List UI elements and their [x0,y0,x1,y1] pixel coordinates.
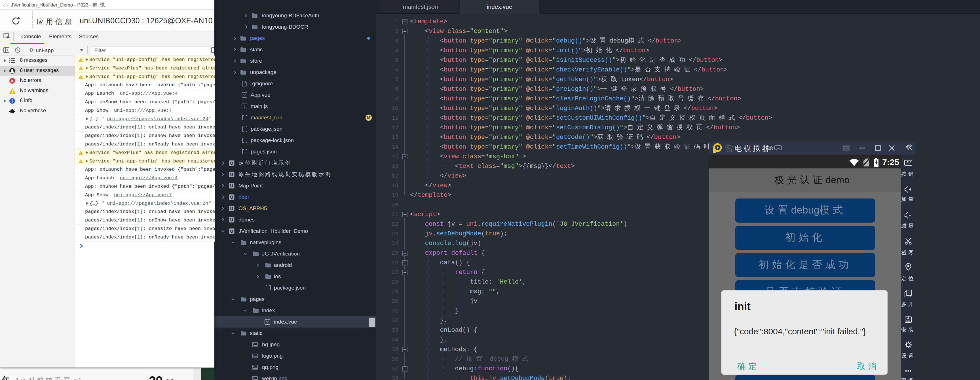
svg-text:M: M [367,115,370,120]
svg-text:J: J [243,104,245,109]
svg-text:V: V [243,93,246,97]
svg-text:apk: apk [906,319,910,322]
svg-text:V: V [266,320,269,324]
